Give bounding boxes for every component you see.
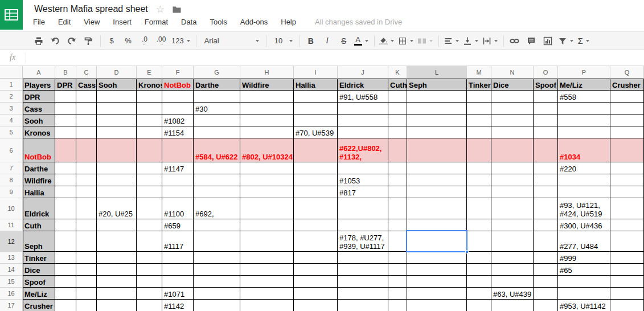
cell-A13[interactable]: Tinker (23, 252, 55, 264)
cell-D3[interactable] (97, 103, 137, 114)
cell-M8[interactable] (467, 174, 491, 186)
cell-M16[interactable] (467, 288, 491, 300)
cell-H15[interactable] (240, 276, 294, 288)
font-family-dropdown[interactable]: Arial (201, 34, 260, 48)
column-header-M[interactable]: M (467, 66, 491, 79)
column-header-B[interactable]: B (55, 66, 76, 79)
column-header-G[interactable]: G (194, 66, 240, 79)
row-header-12[interactable]: 12 (0, 231, 23, 252)
cell-K11[interactable] (388, 219, 407, 231)
cell-H5[interactable] (240, 126, 294, 138)
cell-E6[interactable] (137, 138, 162, 162)
cell-L10[interactable] (407, 198, 467, 219)
cell-B13[interactable] (55, 252, 76, 264)
cell-P8[interactable] (558, 174, 610, 186)
cell-I5[interactable]: #70, U#539 (294, 126, 338, 138)
cell-B9[interactable] (55, 186, 76, 198)
cell-A2[interactable]: DPR (23, 91, 55, 103)
cell-F3[interactable] (162, 103, 194, 114)
cell-F15[interactable] (162, 276, 194, 288)
cell-I15[interactable] (294, 276, 338, 288)
cell-H10[interactable] (240, 198, 294, 219)
cell-J6[interactable]: #622,U#802, #1132, (338, 138, 388, 162)
cell-J12[interactable]: #178, #U277, #939, U#1117 (338, 231, 388, 252)
row-header-3[interactable]: 3 (0, 103, 23, 114)
cell-L8[interactable] (407, 174, 467, 186)
row-header-13[interactable]: 13 (0, 252, 23, 264)
insert-chart-icon[interactable] (542, 34, 554, 48)
cell-C13[interactable] (76, 252, 97, 264)
cell-O14[interactable] (534, 264, 558, 276)
text-wrap-button[interactable] (482, 34, 498, 48)
cell-P2[interactable]: #558 (558, 91, 610, 103)
cell-H3[interactable] (240, 103, 294, 114)
cell-K2[interactable] (388, 91, 407, 103)
cell-H14[interactable] (240, 264, 294, 276)
cell-C4[interactable] (76, 114, 97, 126)
cell-M14[interactable] (467, 264, 491, 276)
cell-L16[interactable] (407, 288, 467, 300)
cell-N11[interactable] (491, 219, 534, 231)
row-header-15[interactable]: 15 (0, 276, 23, 288)
cell-Q16[interactable] (610, 288, 644, 300)
cell-C5[interactable] (76, 126, 97, 138)
row-header-16[interactable]: 16 (0, 288, 23, 300)
cell-O7[interactable] (534, 162, 558, 174)
cell-A5[interactable]: Kronos (23, 126, 55, 138)
cell-C14[interactable] (76, 264, 97, 276)
cell-N15[interactable] (491, 276, 534, 288)
cell-K1[interactable]: Cuth (388, 79, 407, 91)
cell-O12[interactable] (534, 231, 558, 252)
cell-M11[interactable] (467, 219, 491, 231)
redo-icon[interactable] (65, 34, 78, 48)
cell-K6[interactable] (388, 138, 407, 162)
filter-button[interactable] (558, 34, 573, 48)
cell-F16[interactable]: #1071 (162, 288, 194, 300)
cell-F2[interactable] (162, 91, 194, 103)
cell-L9[interactable] (407, 186, 467, 198)
cell-G7[interactable] (194, 162, 240, 174)
cell-P12[interactable]: #277, U484 (558, 231, 610, 252)
column-header-F[interactable]: F (162, 66, 194, 79)
cell-A4[interactable]: Sooh (23, 114, 55, 126)
cell-L1[interactable]: Seph (407, 79, 467, 91)
cell-D17[interactable] (97, 300, 137, 311)
insert-link-icon[interactable] (508, 34, 521, 48)
cell-P10[interactable]: #93, U#121, #424, U#519 (558, 198, 610, 219)
cell-B5[interactable] (55, 126, 76, 138)
cell-C10[interactable] (76, 198, 97, 219)
document-title[interactable]: Western Mafia spread sheet (34, 4, 148, 14)
cell-D7[interactable] (97, 162, 137, 174)
cell-J11[interactable] (338, 219, 388, 231)
cell-D13[interactable] (97, 252, 137, 264)
cell-C16[interactable] (76, 288, 97, 300)
cell-M17[interactable] (467, 300, 491, 311)
cell-F17[interactable]: #1142 (162, 300, 194, 311)
column-header-C[interactable]: C (76, 66, 97, 79)
cell-K12[interactable] (388, 231, 407, 252)
cell-I4[interactable] (294, 114, 338, 126)
cell-B11[interactable] (55, 219, 76, 231)
cell-K14[interactable] (388, 264, 407, 276)
menu-format[interactable]: Format (145, 18, 168, 26)
cell-P6[interactable]: #1034 (558, 138, 610, 162)
row-header-4[interactable]: 4 (0, 114, 23, 126)
cell-F13[interactable] (162, 252, 194, 264)
cell-F11[interactable]: #659 (162, 219, 194, 231)
cell-D14[interactable] (97, 264, 137, 276)
cell-F7[interactable]: #1147 (162, 162, 194, 174)
cell-Q7[interactable] (610, 162, 644, 174)
cell-J8[interactable]: #1053 (338, 174, 388, 186)
cell-N2[interactable] (491, 91, 534, 103)
cell-A14[interactable]: Dice (23, 264, 55, 276)
cell-M13[interactable] (467, 252, 491, 264)
cell-O5[interactable] (534, 126, 558, 138)
cell-B10[interactable] (55, 198, 76, 219)
functions-button[interactable]: Σ (577, 34, 590, 48)
cell-D15[interactable] (97, 276, 137, 288)
cell-N6[interactable] (491, 138, 534, 162)
cell-M6[interactable] (467, 138, 491, 162)
row-header-7[interactable]: 7 (0, 162, 23, 174)
vertical-align-button[interactable] (463, 34, 478, 48)
column-header-O[interactable]: O (534, 66, 558, 79)
